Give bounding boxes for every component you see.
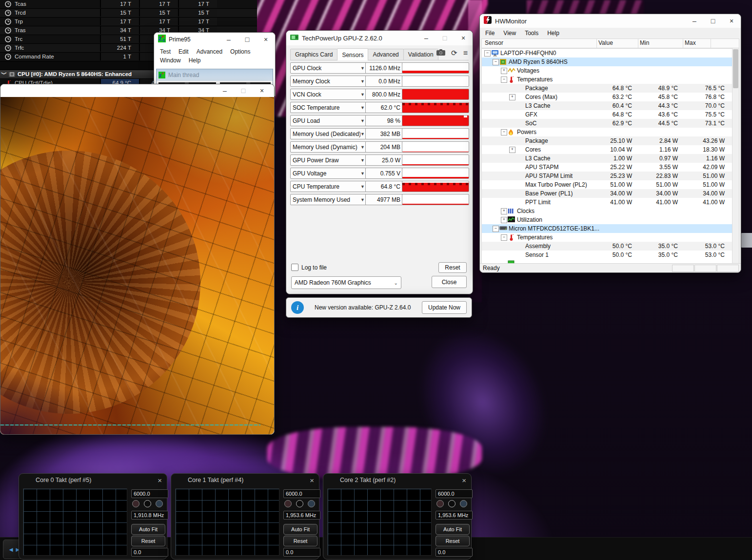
menu-item-file[interactable]: File [481, 28, 499, 38]
tree-expander-icon[interactable]: − [493, 226, 499, 232]
hwmonitor-tree-row[interactable]: +Utilization [482, 215, 739, 224]
hwmonitor-titlebar[interactable]: HWMonitor – □ × [480, 14, 741, 28]
column-header-sensor[interactable]: Sensor [485, 39, 503, 46]
hwmonitor-tree-row[interactable]: Base Power (PL1)34.00 W 34.00 W 34.00 W [482, 189, 739, 198]
tree-expander-icon[interactable]: − [501, 129, 507, 135]
worker-titlebar[interactable]: 2P Main thread [157, 69, 273, 81]
sensor-dropdown[interactable]: Memory Used (Dynamic)▼ [290, 141, 367, 153]
auto-fit-button[interactable]: Auto Fit [283, 524, 317, 535]
menu-item-edit[interactable]: Edit [175, 47, 193, 56]
option-toggle-icon[interactable] [284, 500, 292, 507]
tab-graphics-card[interactable]: Graphics Card [290, 49, 337, 60]
hwmonitor-tree-row[interactable]: Package25.10 W 2.84 W 43.26 W [482, 136, 739, 145]
hwmonitor-tree-row[interactable]: +Voltages [482, 66, 739, 75]
sensor-dropdown[interactable]: Memory Used (Dedicated)▼ [290, 128, 367, 139]
core-window-titlebar[interactable]: Core 1 Takt (perf #4) × [171, 474, 319, 486]
menu-item-test[interactable]: Test [156, 47, 175, 56]
sensor-dropdown[interactable]: GPU Power Draw▼ [290, 154, 367, 166]
hwmonitor-tree-row[interactable]: +Clocks [482, 207, 739, 215]
menu-item-options[interactable]: Options [226, 47, 254, 56]
tree-expander-icon[interactable]: − [493, 59, 499, 65]
hwmonitor-tree-row[interactable]: APU STAPM Limit25.23 W 22.83 W 51.00 W [482, 172, 739, 180]
minimize-icon[interactable]: – [216, 84, 234, 97]
hwmonitor-tree-row[interactable]: +Cores10.04 W 1.16 W 18.30 W [482, 145, 739, 154]
graph-option-toggles[interactable] [436, 500, 467, 507]
gpu-select-dropdown[interactable]: AMD Radeon 760M Graphics ⌄ [291, 276, 401, 289]
tree-expander-icon[interactable]: + [501, 68, 507, 74]
hwmonitor-tree-row[interactable]: PPT Limit41.00 W 41.00 W 41.00 W [482, 198, 739, 207]
reset-button[interactable]: Reset [438, 262, 467, 273]
close-icon[interactable]: × [253, 84, 271, 97]
reset-button[interactable]: Reset [435, 536, 470, 546]
option-toggle-icon[interactable] [460, 500, 467, 507]
tree-expander-icon[interactable]: − [484, 50, 491, 57]
graph-option-toggles[interactable] [132, 500, 163, 507]
sensor-dropdown[interactable]: GPU Voltage▼ [290, 168, 367, 179]
graph-option-toggles[interactable] [284, 500, 315, 507]
option-toggle-icon[interactable] [296, 500, 303, 507]
tree-expander-icon[interactable]: − [501, 77, 507, 83]
y-axis-min-input[interactable]: 0.0 [131, 548, 168, 557]
hwmonitor-tree-row[interactable]: Max Turbo Power (PL2)51.00 W 51.00 W 51.… [482, 180, 739, 189]
close-icon[interactable]: × [310, 476, 314, 484]
y-axis-min-input[interactable]: 0.0 [283, 548, 320, 557]
minimize-icon[interactable]: – [685, 14, 704, 28]
core-window-titlebar[interactable]: Core 2 Takt (perf #2) × [323, 474, 471, 486]
menu-item-window[interactable]: Window [156, 56, 185, 65]
core-window-titlebar[interactable]: Core 0 Takt (perf #5) × [19, 474, 167, 486]
column-header-min[interactable]: Min [640, 39, 649, 46]
hwmonitor-tree-row[interactable]: +Cores (Max)63.2 °C 45.8 °C 76.8 °C [482, 93, 739, 101]
minimize-icon[interactable]: – [417, 31, 435, 45]
column-header-value[interactable]: Value [598, 39, 613, 46]
close-icon[interactable]: × [257, 33, 275, 46]
hwmonitor-tree-row[interactable]: Assembly50.0 °C 35.0 °C 53.0 °C [482, 242, 739, 251]
camera-icon[interactable] [436, 49, 445, 58]
sensor-dropdown[interactable]: GPU Clock▼ [290, 62, 367, 74]
log-to-file-checkbox[interactable] [291, 264, 298, 271]
option-toggle-icon[interactable] [308, 500, 315, 507]
sensor-dropdown[interactable]: System Memory Used▼ [290, 194, 367, 205]
maximize-icon[interactable]: □ [435, 31, 454, 45]
column-header-max[interactable]: Max [685, 39, 696, 46]
hwmonitor-tree-row[interactable]: APU STAPM25.22 W 3.55 W 42.09 W [482, 163, 739, 172]
close-icon[interactable]: × [722, 14, 741, 28]
hwmonitor-tree-row[interactable]: L3 Cache1.00 W 0.97 W 1.16 W [482, 154, 739, 163]
hwmonitor-tree-row[interactable]: −LAPTOP-FH4FQHN0 [482, 49, 739, 58]
image-viewer-titlebar[interactable]: – □ × [0, 84, 274, 97]
menu-item-help[interactable]: Help [543, 28, 564, 38]
sensor-dropdown[interactable]: GPU Load▼ [290, 115, 367, 126]
gpuz-titlebar[interactable]: TechPowerUp GPU-Z 2.62.0 – □ × [286, 31, 473, 45]
close-icon[interactable]: × [462, 476, 466, 484]
hwmonitor-tree-row[interactable]: −Powers [482, 128, 739, 136]
tab-advanced[interactable]: Advanced [368, 49, 403, 60]
hwmonitor-tree-row[interactable]: −Micron MTFDKCD512TGE-1BK1... [482, 224, 739, 233]
y-axis-max-input[interactable]: 6000.0 [435, 489, 473, 498]
option-toggle-icon[interactable] [448, 500, 455, 507]
y-axis-max-input[interactable]: 6000.0 [131, 489, 168, 498]
refresh-icon[interactable]: ⟳ [451, 49, 457, 58]
tab-sensors[interactable]: Sensors [337, 48, 368, 60]
sensor-dropdown[interactable]: SOC Temperature▼ [290, 102, 367, 113]
reset-button[interactable]: Reset [131, 536, 165, 546]
hwmonitor-tree-row[interactable]: −Temperatures [482, 75, 739, 84]
maximize-icon[interactable]: □ [238, 33, 257, 46]
option-toggle-icon[interactable] [132, 500, 139, 507]
y-axis-max-input[interactable]: 6000.0 [283, 489, 320, 498]
hwmonitor-tree-row[interactable]: Package64.8 °C 48.9 °C 76.5 °C [482, 84, 739, 93]
hwinfo-sensor-row[interactable]: Tcas17 T17 T17 T [0, 0, 257, 9]
option-toggle-icon[interactable] [144, 500, 151, 507]
minimize-icon[interactable]: – [219, 33, 238, 46]
sensor-dropdown[interactable]: CPU Temperature▼ [290, 181, 367, 192]
tree-expander-icon[interactable]: + [501, 217, 507, 223]
prime95-titlebar[interactable]: 2P-1 Prime95 – □ × [154, 33, 275, 46]
scrollbar-thumb[interactable] [733, 49, 738, 88]
maximize-icon[interactable]: □ [704, 14, 722, 28]
tree-expander-icon[interactable]: + [509, 94, 515, 100]
update-now-button[interactable]: Update Now [422, 301, 467, 314]
hwinfo-sensor-row[interactable]: Trp17 T17 T17 T [0, 18, 257, 26]
maximize-icon[interactable]: □ [234, 84, 253, 97]
hwinfo-sensor-row[interactable]: Trcd15 T15 T15 T [0, 9, 257, 18]
tree-expander-icon[interactable]: + [509, 147, 515, 153]
hwmonitor-tree-row[interactable]: SoC62.9 °C 44.5 °C 73.1 °C [482, 119, 739, 128]
hwmonitor-tree-row[interactable]: −Temperatures [482, 233, 739, 242]
